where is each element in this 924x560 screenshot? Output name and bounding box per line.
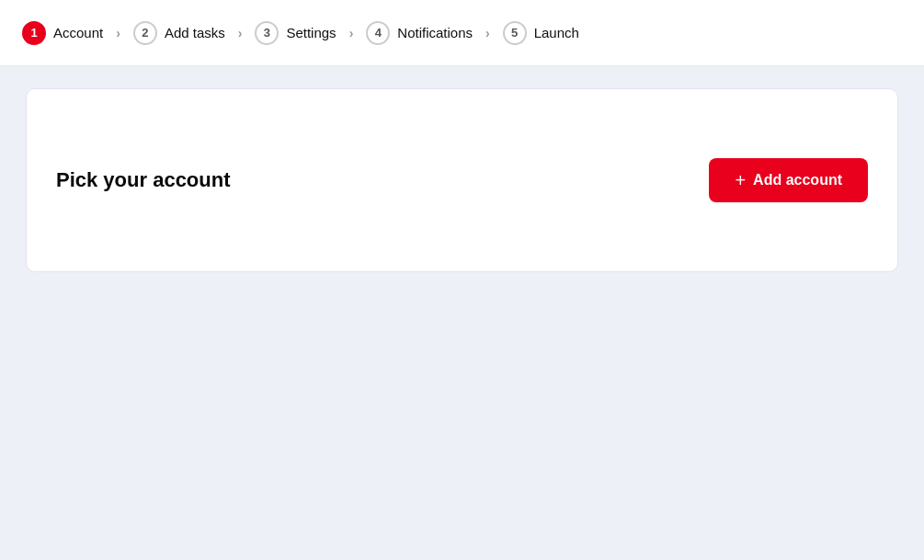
account-card: Pick your account + Add account — [26, 88, 898, 272]
step-label-notifications: Notifications — [397, 25, 473, 40]
chevron-icon-2: › — [238, 26, 243, 40]
step-number-5: 5 — [503, 21, 527, 45]
add-account-button[interactable]: + Add account — [709, 158, 868, 202]
stepper-item-launch[interactable]: 5 Launch — [503, 21, 579, 45]
add-account-label: Add account — [753, 172, 842, 189]
step-number-1: 1 — [22, 21, 46, 45]
step-label-launch: Launch — [534, 25, 579, 40]
stepper-nav: 1 Account › 2 Add tasks › 3 Settings › 4… — [0, 0, 924, 66]
stepper-item-add-tasks[interactable]: 2 Add tasks — [133, 21, 225, 45]
step-number-4: 4 — [366, 21, 390, 45]
step-number-2: 2 — [133, 21, 157, 45]
chevron-icon-3: › — [349, 26, 354, 40]
chevron-icon-1: › — [116, 26, 120, 40]
step-label-account: Account — [53, 25, 103, 40]
step-label-settings: Settings — [286, 25, 336, 40]
main-content: Pick your account + Add account — [0, 66, 924, 294]
chevron-icon-4: › — [485, 26, 490, 40]
stepper-item-notifications[interactable]: 4 Notifications — [366, 21, 473, 45]
stepper-item-account[interactable]: 1 Account — [22, 21, 103, 45]
step-label-add-tasks: Add tasks — [165, 25, 225, 40]
step-number-3: 3 — [255, 21, 279, 45]
card-title: Pick your account — [56, 168, 231, 192]
stepper-item-settings[interactable]: 3 Settings — [255, 21, 336, 45]
plus-icon: + — [735, 171, 746, 189]
